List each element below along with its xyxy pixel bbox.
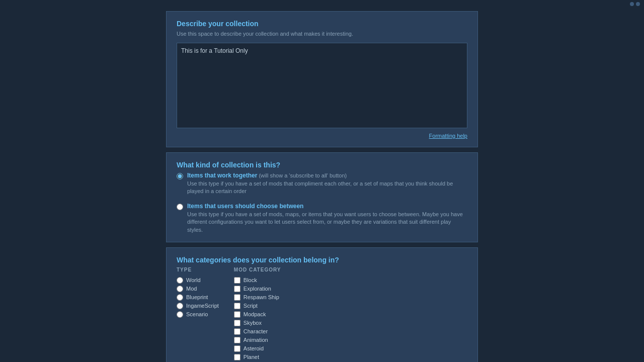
radio-type-mod[interactable] (177, 286, 183, 292)
type-mod-row: Mod (177, 285, 219, 293)
cat-character-label[interactable]: Character (244, 328, 268, 334)
type-world-label[interactable]: World (186, 277, 201, 283)
formatting-help-link[interactable]: Formatting help (429, 133, 467, 139)
radio-work-together[interactable] (177, 173, 183, 179)
corner-dot-2 (636, 2, 640, 6)
type-column: TYPE World Mod Blueprint (177, 267, 219, 362)
option-work-together: Items that work together (will show a 's… (177, 172, 467, 196)
type-ingamescript-label[interactable]: IngameScript (186, 303, 219, 309)
checkbox-cat-planet[interactable] (234, 354, 240, 360)
cat-block-label[interactable]: Block (244, 277, 257, 283)
cat-respawnship-label[interactable]: Respawn Ship (244, 294, 279, 300)
top-bar (0, 0, 644, 6)
type-scenario-row: Scenario (177, 311, 219, 318)
type-column-header: TYPE (177, 267, 219, 273)
collection-type-title: What kind of collection is this? (177, 161, 467, 169)
checkbox-cat-script[interactable] (234, 303, 240, 309)
option-choose-between: Items that users should choose between U… (177, 203, 467, 234)
option-choose-between-label: Items that users should choose between (187, 203, 467, 210)
option-work-together-suffix: (will show a 'subscribe to all' button) (257, 172, 347, 178)
categories-section: What categories does your collection bel… (166, 247, 478, 362)
cat-modpack-row: Modpack (234, 311, 281, 318)
cat-animation-row: Animation (234, 336, 281, 344)
describe-title: Describe your collection (177, 20, 467, 28)
cat-animation-label[interactable]: Animation (244, 337, 268, 343)
corner-decoration (630, 2, 640, 6)
checkbox-cat-animation[interactable] (234, 337, 240, 343)
cat-asteroid-row: Asteroid (234, 345, 281, 352)
checkbox-cat-block[interactable] (234, 277, 240, 284)
type-blueprint-row: Blueprint (177, 294, 219, 301)
categories-columns: TYPE World Mod Blueprint (177, 267, 467, 362)
option-work-together-label: Items that work together (will show a 's… (187, 172, 467, 179)
type-ingamescript-row: IngameScript (177, 302, 219, 310)
cat-skybox-label[interactable]: Skybox (244, 320, 262, 326)
radio-type-ingamescript[interactable] (177, 303, 183, 309)
checkbox-cat-modpack[interactable] (234, 311, 240, 318)
type-world-row: World (177, 277, 219, 284)
page-container: Describe your collection Use this space … (0, 6, 644, 362)
mod-category-column: MOD CATEGORY Block Exploration Respawn S… (234, 267, 281, 362)
radio-type-blueprint[interactable] (177, 294, 183, 301)
describe-subtitle: Use this space to describe your collecti… (177, 31, 467, 37)
cat-respawnship-row: Respawn Ship (234, 294, 281, 301)
cat-modpack-label[interactable]: Modpack (244, 311, 266, 317)
checkbox-cat-exploration[interactable] (234, 286, 240, 292)
option-work-together-desc: Use this type if you have a set of mods … (187, 180, 467, 196)
type-scenario-label[interactable]: Scenario (186, 311, 208, 317)
type-blueprint-label[interactable]: Blueprint (186, 294, 208, 300)
formatting-help-row: Formatting help (177, 133, 467, 139)
checkbox-cat-character[interactable] (234, 328, 240, 335)
cat-character-row: Character (234, 328, 281, 335)
radio-choose-between[interactable] (177, 204, 183, 210)
categories-title: What categories does your collection bel… (177, 256, 467, 264)
mod-category-header: MOD CATEGORY (234, 267, 281, 273)
cat-skybox-row: Skybox (234, 319, 281, 327)
cat-script-label[interactable]: Script (244, 303, 258, 309)
radio-type-world[interactable] (177, 277, 183, 284)
cat-exploration-row: Exploration (234, 285, 281, 293)
checkbox-cat-asteroid[interactable] (234, 345, 240, 352)
radio-type-scenario[interactable] (177, 311, 183, 318)
description-textarea[interactable]: This is for a Tutorial Only (177, 43, 467, 128)
option-choose-between-text: Items that users should choose between U… (187, 203, 467, 234)
checkbox-cat-respawnship[interactable] (234, 294, 240, 301)
corner-dot-1 (630, 2, 634, 6)
describe-section: Describe your collection Use this space … (166, 11, 478, 147)
cat-planet-label[interactable]: Planet (244, 354, 259, 360)
option-choose-between-desc: Use this type if you have a set of mods,… (187, 211, 467, 234)
cat-exploration-label[interactable]: Exploration (244, 286, 271, 292)
option-work-together-text: Items that work together (will show a 's… (187, 172, 467, 196)
cat-script-row: Script (234, 302, 281, 310)
type-mod-label[interactable]: Mod (186, 286, 197, 292)
cat-planet-row: Planet (234, 353, 281, 361)
collection-type-section: What kind of collection is this? Items t… (166, 152, 478, 242)
cat-block-row: Block (234, 277, 281, 284)
checkbox-cat-skybox[interactable] (234, 320, 240, 326)
content-area: Describe your collection Use this space … (166, 11, 478, 362)
cat-asteroid-label[interactable]: Asteroid (244, 345, 264, 351)
